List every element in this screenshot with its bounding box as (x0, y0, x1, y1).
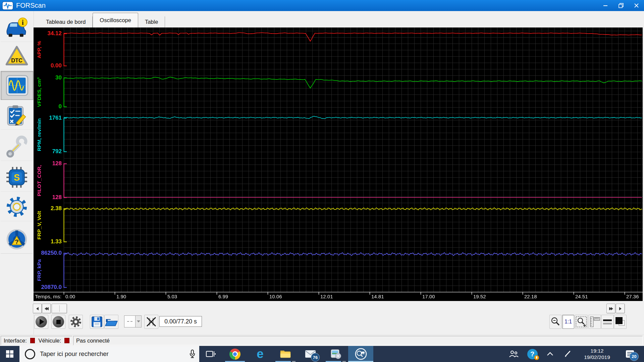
background-color-button[interactable] (614, 315, 627, 329)
sidebar-item-oscilloscope[interactable] (1, 71, 33, 100)
stop-icon (53, 316, 64, 327)
taskbar-search[interactable]: Taper ici pour rechercher (19, 346, 199, 362)
titlebar: FORScan (0, 0, 644, 11)
task-view-button[interactable] (202, 346, 219, 362)
channel-4-name: FRP_V, Volt (36, 211, 42, 239)
sidebar-item-settings[interactable] (1, 193, 33, 221)
running-indicator-secondary (342, 361, 346, 362)
zoom-ratio-button[interactable]: 1:1 (562, 315, 574, 329)
play-icon (36, 316, 47, 327)
zoom-selection-button[interactable] (575, 315, 588, 329)
sidebar-item-dtc[interactable]: DTC (1, 42, 33, 70)
tray-clock[interactable]: 19:12 19/02/2019 (576, 346, 618, 362)
close-icon (634, 3, 639, 8)
line-style-dropdown[interactable] (124, 315, 142, 327)
scroll-fast-left-button[interactable] (42, 304, 51, 313)
forscan-icon (355, 348, 367, 360)
taskbar-installer[interactable] (323, 346, 348, 362)
tab-table[interactable]: Table (138, 16, 165, 27)
channel-5-min-value: 20870.0 (34, 284, 62, 290)
open-folder-icon (105, 316, 118, 327)
oscilloscope-chart[interactable]: 34.120.00APP, %300VFDES, cm³1761792RPM, … (34, 27, 643, 301)
clock-date: 19/02/2019 (584, 354, 610, 360)
line-style-value (124, 315, 136, 327)
time-tick-5: 12.01 (320, 294, 333, 299)
scope-settings-button[interactable] (69, 315, 83, 329)
arrow-left-icon (36, 307, 39, 310)
edge-icon: e (257, 347, 264, 361)
active-indicator (348, 361, 373, 362)
scroll-left-button[interactable] (33, 304, 42, 313)
chevron-down-icon (137, 320, 140, 322)
file-explorer-icon (280, 349, 291, 359)
scroll-right-button[interactable] (616, 304, 625, 313)
cortana-icon (25, 349, 35, 359)
taskbar-mail[interactable]: 76 (298, 346, 323, 362)
sidebar: i DTC (0, 11, 34, 335)
oscilloscope-icon (6, 75, 29, 96)
sidebar-item-service[interactable] (1, 132, 33, 161)
channel-4-min-value: 1.33 (34, 239, 62, 245)
dashed-line-icon (127, 321, 132, 322)
zoom-out-button[interactable] (549, 315, 561, 329)
taskbar-forscan-active[interactable] (348, 346, 373, 362)
channel-5-max-value: 86250.0 (34, 250, 62, 256)
vehicle-label: Véhicule: (38, 338, 61, 344)
taskbar: Taper ici pour rechercher e (0, 346, 644, 362)
sidebar-item-tests[interactable] (1, 101, 33, 130)
channel-1-name: VFDES, cm³ (36, 77, 42, 107)
taskbar-file-explorer[interactable] (273, 346, 298, 362)
tray-expand[interactable] (543, 346, 557, 362)
svg-text:S: S (14, 173, 20, 183)
gear-icon (5, 195, 29, 219)
time-tick-6: 14.81 (371, 294, 384, 299)
start-button[interactable] (0, 346, 19, 362)
taskbar-chrome[interactable] (222, 346, 248, 362)
tab-bar: Tableau de bord Oscilloscope Table (34, 11, 165, 27)
clock-time: 19:12 (584, 348, 610, 354)
microphone-icon[interactable] (189, 349, 196, 360)
time-tick-10: 24.51 (575, 294, 588, 299)
minimize-button[interactable] (598, 0, 613, 11)
ruler-button[interactable] (588, 315, 601, 329)
steering-wheel-help-icon: ? (5, 228, 28, 251)
hide-cursors-button[interactable] (144, 315, 158, 329)
running-indicator (326, 361, 341, 362)
tray-notifications[interactable]: 20 (619, 346, 641, 362)
sidebar-item-vehicle-info[interactable]: i (1, 13, 33, 42)
open-button[interactable] (104, 315, 118, 329)
close-button[interactable] (629, 0, 644, 11)
time-tick-9: 22.18 (524, 294, 537, 299)
sidebar-item-help[interactable]: ? (1, 225, 33, 254)
running-indicator (225, 361, 245, 362)
oscilloscope-canvas[interactable] (34, 27, 643, 301)
play-button[interactable] (34, 315, 48, 329)
installer-icon (330, 349, 341, 359)
save-button[interactable] (90, 315, 104, 329)
taskbar-edge[interactable]: e (248, 346, 273, 362)
line-thickness-button[interactable] (601, 315, 614, 329)
minimize-icon (603, 5, 607, 6)
stop-button[interactable] (51, 315, 65, 329)
tray-pen[interactable] (560, 346, 575, 362)
time-tick-2: 5.03 (167, 294, 177, 299)
tab-oscilloscope[interactable]: Oscilloscope (93, 13, 138, 27)
tab-tableau-de-bord[interactable]: Tableau de bord (39, 16, 93, 27)
status-message-panel: Pas connecté (73, 336, 643, 345)
maximize-button[interactable] (613, 0, 629, 11)
scrollbar-thumb[interactable] (52, 304, 67, 313)
sidebar-item-configuration[interactable]: S (1, 163, 33, 192)
toolbar: 0.00/77.20 s 1:1 (0, 314, 644, 334)
time-tick-3: 6.99 (218, 294, 228, 299)
channel-3-name: PILOT_COR, (36, 165, 42, 196)
channel-2-name: RPM, rev/min (36, 118, 42, 151)
pen-icon (563, 350, 572, 358)
channel-0-max-value: 34.12 (34, 31, 62, 37)
app-icon (2, 1, 13, 10)
tray-people[interactable] (508, 346, 520, 362)
dropdown-arrow[interactable] (136, 315, 142, 327)
svg-text:DTC: DTC (11, 57, 22, 63)
tray-help[interactable]: ? (525, 346, 540, 362)
scroll-fast-right-button[interactable] (606, 304, 615, 313)
interface-label: Interface: (4, 338, 27, 344)
